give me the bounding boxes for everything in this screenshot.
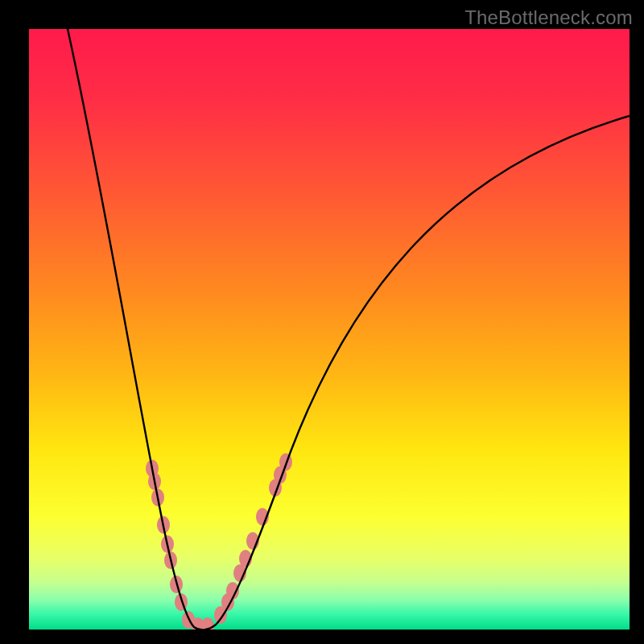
plot-area (29, 29, 630, 630)
chart-frame: TheBottleneck.com (0, 0, 644, 644)
bottleneck-curve (68, 29, 630, 630)
data-marker (279, 453, 292, 471)
curve-layer (29, 29, 630, 630)
watermark-text: TheBottleneck.com (464, 6, 633, 29)
data-markers (146, 453, 292, 630)
